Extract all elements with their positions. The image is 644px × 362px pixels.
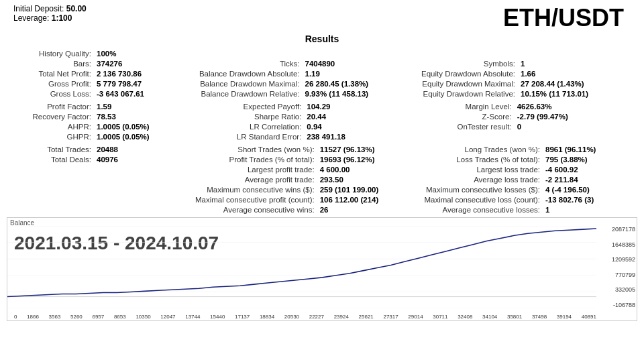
- x-axis-label: 8653: [114, 314, 126, 320]
- table-value-cell: 0: [515, 121, 637, 131]
- table-label-cell: Total Net Profit:: [7, 68, 94, 78]
- table-value-cell: 11527 (96.13%): [317, 144, 418, 154]
- table-value-cell: 238 491.18: [304, 131, 427, 141]
- x-axis-label: 1866: [27, 314, 39, 320]
- x-axis-label: 22227: [309, 314, 324, 320]
- y-axis-label: -106788: [598, 302, 635, 308]
- table-label-cell: Largest profit trade:: [189, 164, 317, 174]
- table-value-cell: 8961 (96.11%): [543, 144, 637, 154]
- top-info: Initial Deposit: 50.00 Leverage: 1:100 E…: [0, 0, 644, 34]
- table-label-cell: Profit Factor:: [7, 101, 94, 111]
- table-value-cell: [303, 48, 415, 58]
- table-label-cell: Average profit trade:: [189, 174, 317, 184]
- table-label-cell: [7, 204, 94, 215]
- table-label-cell: Ticks:: [193, 58, 303, 68]
- table-label-cell: Symbols:: [415, 58, 518, 68]
- x-axis-label: 3563: [49, 314, 61, 320]
- leverage-label: Leverage:: [13, 13, 49, 23]
- y-axis-label: 770799: [598, 272, 635, 278]
- table-value-cell: [94, 204, 189, 215]
- x-axis-label: 12047: [160, 314, 175, 320]
- table-value-cell: 293.50: [317, 174, 418, 184]
- table-value-cell: 106 112.00 (214): [317, 194, 418, 204]
- table-value-cell: [94, 164, 189, 174]
- x-axis-label: 13744: [185, 314, 200, 320]
- table-label-cell: [427, 131, 515, 141]
- table-value-cell: 1: [543, 204, 637, 215]
- table-value-cell: 20488: [94, 144, 189, 154]
- table-label-cell: Total Deals:: [7, 154, 94, 164]
- table-label-cell: Average loss trade:: [417, 174, 543, 184]
- table-value-cell: [94, 194, 189, 204]
- table-label-cell: Maximum consecutive losses ($):: [417, 184, 543, 194]
- table-label-cell: Long Trades (won %):: [417, 144, 543, 154]
- x-axis-label: 32408: [458, 314, 472, 320]
- table-label-cell: Maximum consecutive wins ($):: [189, 184, 317, 194]
- x-axis-label: 25621: [359, 314, 374, 320]
- table-value-cell: 0.94: [304, 121, 427, 131]
- table-value-cell: 1: [518, 58, 637, 68]
- table-label-cell: Balance Drawdown Relative:: [193, 88, 303, 99]
- table-label-cell: Recovery Factor:: [7, 111, 94, 121]
- initial-deposit-label: Initial Deposit:: [13, 4, 64, 13]
- table-label-cell: Equity Drawdown Relative:: [415, 88, 518, 99]
- y-axis-label: 2087178: [598, 226, 635, 233]
- table-label-cell: [415, 48, 518, 58]
- x-axis-label: 10350: [136, 314, 150, 320]
- table-value-cell: 1.66: [518, 68, 637, 78]
- table-value-cell: 100%: [94, 48, 193, 58]
- x-axis-label: 27317: [383, 314, 398, 320]
- table-label-cell: Maximal consecutive profit (count):: [189, 194, 317, 204]
- x-axis-label: 18834: [260, 314, 274, 320]
- initial-deposit-line: Initial Deposit: 50.00: [13, 4, 87, 13]
- table-label-cell: Balance Drawdown Absolute:: [193, 68, 303, 78]
- x-axis-label: 5260: [70, 314, 83, 320]
- x-axis-label: 0: [14, 314, 17, 320]
- table-label-cell: History Quality:: [7, 48, 94, 58]
- table-value-cell: 5 779 798.47: [94, 78, 193, 88]
- y-axis-label: 1209592: [598, 256, 635, 263]
- table-value-cell: 795 (3.88%): [543, 154, 637, 164]
- top-left-info: Initial Deposit: 50.00 Leverage: 1:100: [13, 4, 87, 23]
- table-label-cell: Balance Drawdown Maximal:: [193, 78, 303, 88]
- x-axis-label: 37498: [532, 314, 547, 320]
- table-value-cell: 259 (101 199.00): [317, 184, 418, 194]
- table-value-cell: 1.59: [94, 101, 217, 111]
- table-value-cell: 19693 (96.12%): [317, 154, 418, 164]
- table-value-cell: [94, 184, 189, 194]
- table-label-cell: Gross Loss:: [7, 88, 94, 99]
- results-table-1: History Quality:100%Bars:374276Ticks:740…: [7, 48, 637, 99]
- table-value-cell: -4 600.92: [543, 164, 637, 174]
- y-axis-labels: 208717816483851209592770799332005-106788: [598, 226, 635, 308]
- y-axis-label: 332005: [598, 286, 635, 293]
- table-value-cell: 78.53: [94, 111, 217, 121]
- table-value-cell: 1.19: [303, 68, 415, 78]
- table-value-cell: 1.0005 (0.05%): [94, 131, 217, 141]
- table-label-cell: Margin Level:: [427, 101, 515, 111]
- table-label-cell: [7, 164, 94, 174]
- table-value-cell: 4 (-4 196.50): [543, 184, 637, 194]
- table-value-cell: 10.15% (11 713.01): [518, 88, 637, 99]
- table-value-cell: -2 211.84: [543, 174, 637, 184]
- table-value-cell: -13 802.76 (3): [543, 194, 637, 204]
- table-value-cell: 20.44: [304, 111, 427, 121]
- chart-area: Balance 2021.03.15 - 2024.10.07 20871781…: [7, 217, 637, 321]
- y-axis-label: 1648385: [598, 241, 635, 248]
- table-label-cell: Maximal consecutive loss (count):: [417, 194, 543, 204]
- x-axis-label: 17137: [235, 314, 250, 320]
- table-label-cell: Total Trades:: [7, 144, 94, 154]
- table-value-cell: 26: [317, 204, 418, 215]
- table-label-cell: Loss Trades (% of total):: [417, 154, 543, 164]
- table-label-cell: Average consecutive losses:: [417, 204, 543, 215]
- x-axis-label: 30711: [433, 314, 447, 320]
- leverage-value: 1:100: [52, 13, 72, 23]
- table-value-cell: 374276: [94, 58, 193, 68]
- table-label-cell: GHPR:: [7, 131, 94, 141]
- table-label-cell: AHPR:: [7, 121, 94, 131]
- x-axis-label: 34104: [482, 314, 497, 320]
- table-label-cell: [193, 48, 303, 58]
- table-label-cell: Z-Score:: [427, 111, 515, 121]
- results-section: Results History Quality:100%Bars:374276T…: [0, 34, 644, 215]
- table-value-cell: 2 136 730.86: [94, 68, 193, 78]
- table-label-cell: Short Trades (won %):: [189, 144, 317, 154]
